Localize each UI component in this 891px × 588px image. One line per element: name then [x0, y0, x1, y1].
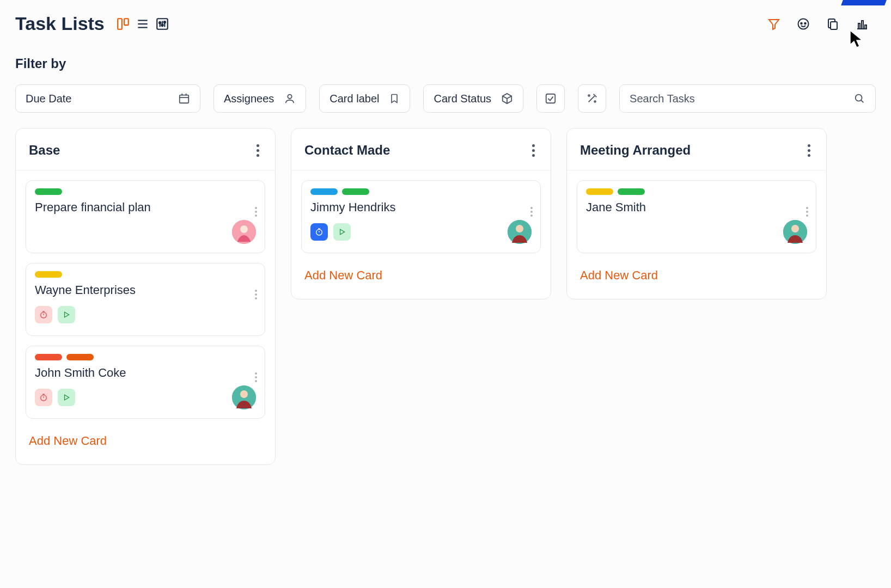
avatar[interactable] [508, 220, 532, 244]
search-box[interactable] [619, 84, 876, 113]
task-card[interactable]: John Smith Coke [26, 346, 265, 419]
avatar[interactable] [783, 220, 807, 244]
filter-card-label[interactable]: Card label [319, 84, 410, 113]
copy-icon[interactable] [826, 17, 840, 31]
label-green [35, 188, 62, 195]
kanban-board: Base Prepare financial plan [15, 128, 876, 465]
svg-rect-16 [831, 22, 837, 29]
column-meeting-arranged: Meeting Arranged Jane Smith Add New C [566, 128, 827, 299]
svg-point-51 [791, 225, 799, 232]
avatar[interactable] [232, 220, 256, 244]
timer-badge-icon[interactable] [35, 389, 52, 406]
card-labels [35, 188, 256, 195]
check-icon [545, 93, 557, 105]
svg-point-44 [316, 229, 322, 235]
search-input[interactable] [630, 93, 847, 105]
svg-point-33 [240, 225, 248, 233]
card-labels [586, 188, 807, 195]
timer-badge-icon[interactable] [310, 223, 328, 241]
task-card[interactable]: Jane Smith [577, 180, 816, 253]
column-menu-icon[interactable] [532, 144, 535, 157]
svg-point-25 [288, 95, 292, 99]
card-title: John Smith Coke [35, 366, 256, 380]
svg-point-15 [804, 22, 806, 24]
chart-icon[interactable] [855, 17, 869, 31]
board-view-icon[interactable] [115, 16, 131, 32]
add-card-button[interactable]: Add New Card [16, 428, 275, 464]
timer-badge-icon[interactable] [35, 306, 52, 323]
svg-point-49 [516, 225, 523, 232]
play-badge-icon[interactable] [58, 306, 75, 323]
card-badges [35, 306, 75, 323]
add-card-button[interactable]: Add New Card [567, 263, 826, 299]
card-menu-icon[interactable] [806, 207, 808, 217]
svg-marker-41 [65, 395, 69, 400]
list-view-icon[interactable] [135, 16, 150, 32]
play-badge-icon[interactable] [58, 389, 75, 406]
filter-checkbox[interactable] [536, 84, 565, 113]
card-footer [35, 385, 256, 409]
page-header: Task Lists [15, 13, 876, 34]
column-header: Meeting Arranged [567, 128, 826, 170]
calendar-icon [178, 93, 190, 105]
label-orange [66, 354, 94, 360]
add-card-button[interactable]: Add New Card [291, 263, 551, 299]
play-badge-icon[interactable] [333, 223, 351, 241]
settings-view-icon[interactable] [155, 16, 170, 32]
column-header: Base [16, 128, 275, 170]
share-icon[interactable] [796, 17, 810, 31]
filter-card-status[interactable]: Card Status [423, 84, 523, 113]
svg-point-9 [159, 22, 161, 23]
card-footer [586, 220, 807, 244]
card-menu-icon[interactable] [255, 372, 257, 382]
svg-rect-1 [124, 19, 129, 25]
label-green [342, 188, 369, 195]
task-card[interactable]: Prepare financial plan [26, 180, 265, 253]
column-menu-icon[interactable] [257, 144, 260, 157]
svg-marker-12 [769, 20, 779, 29]
column-body: Jane Smith [567, 170, 826, 263]
svg-marker-47 [340, 229, 345, 234]
filter-icon[interactable] [767, 17, 781, 31]
card-title: Wayne Enterprises [35, 283, 256, 297]
column-base: Base Prepare financial plan [15, 128, 276, 465]
filter-due-date[interactable]: Due Date [15, 84, 200, 113]
svg-point-10 [161, 24, 163, 26]
card-labels [35, 354, 256, 360]
svg-point-13 [798, 19, 809, 29]
filter-due-date-label: Due Date [26, 93, 72, 105]
search-icon [853, 93, 865, 105]
task-card[interactable]: Jimmy Hendriks [301, 180, 541, 253]
card-title: Jimmy Hendriks [310, 200, 532, 215]
column-title: Contact Made [304, 143, 390, 158]
card-menu-icon[interactable] [255, 290, 257, 299]
bookmark-icon [389, 93, 400, 105]
filter-row: Due Date Assignees Card label Card Statu… [15, 84, 876, 113]
column-contact-made: Contact Made Jimmy Hendriks [291, 128, 551, 299]
card-labels [35, 271, 256, 278]
card-footer [310, 220, 532, 244]
filter-assignees-label: Assignees [224, 93, 274, 105]
column-menu-icon[interactable] [808, 144, 811, 157]
task-card[interactable]: Wayne Enterprises [26, 263, 265, 336]
column-title: Meeting Arranged [580, 143, 691, 158]
filter-card-status-label: Card Status [434, 93, 491, 105]
svg-rect-18 [858, 23, 860, 29]
filter-clear[interactable] [578, 84, 606, 113]
svg-rect-19 [862, 21, 863, 29]
card-menu-icon[interactable] [530, 207, 533, 217]
label-blue [310, 188, 338, 195]
filter-assignees[interactable]: Assignees [213, 84, 306, 113]
svg-point-28 [588, 95, 590, 96]
svg-point-11 [163, 21, 165, 23]
header-left: Task Lists [15, 13, 170, 34]
card-footer [35, 303, 256, 327]
avatar[interactable] [232, 385, 256, 409]
person-icon [284, 93, 296, 105]
svg-marker-37 [65, 312, 69, 317]
card-badges [310, 223, 351, 241]
svg-rect-21 [180, 95, 189, 103]
svg-point-14 [801, 22, 802, 24]
card-title: Prepare financial plan [35, 200, 256, 215]
card-menu-icon[interactable] [255, 207, 257, 217]
